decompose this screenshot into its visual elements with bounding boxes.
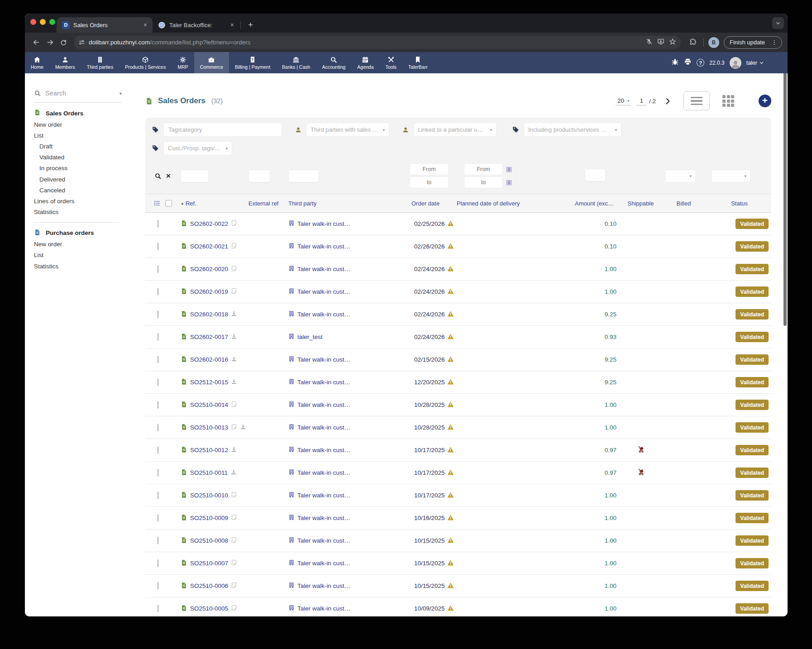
planned-date-from-input[interactable] — [464, 163, 503, 175]
third-party-filter-input[interactable] — [288, 170, 319, 182]
sidebar-item-new-order[interactable]: New order — [25, 119, 128, 130]
select-all-checkbox[interactable] — [165, 200, 172, 207]
top-menu-commerce[interactable]: Commerce — [194, 52, 229, 73]
third-party-link[interactable]: Taler walk-in cust… — [288, 265, 401, 273]
header-external-ref[interactable]: External ref — [246, 194, 286, 213]
amount-value[interactable]: 0.93 — [605, 334, 616, 340]
back-button[interactable] — [30, 37, 42, 48]
third-party-link[interactable]: Taler walk-in cust… — [288, 220, 401, 228]
list-view-button[interactable] — [683, 91, 710, 110]
row-checkbox[interactable] — [158, 514, 158, 522]
amount-value[interactable]: 0.97 — [605, 469, 616, 476]
note-icon[interactable] — [231, 582, 237, 590]
amount-value[interactable]: 1.00 — [605, 424, 616, 431]
top-menu-talerbarr[interactable]: TalerBarr — [402, 52, 434, 73]
ref-link[interactable]: SO2510-0013 — [181, 424, 243, 432]
note-icon[interactable] — [231, 424, 237, 431]
download-icon[interactable] — [231, 310, 237, 318]
download-icon[interactable] — [230, 469, 237, 477]
header-shippable[interactable]: Shippable — [619, 194, 662, 213]
cust-prosp-tags-filter[interactable]: Cust./Prosp. tags/cat…▾ — [163, 141, 232, 155]
user-avatar[interactable] — [730, 57, 741, 69]
sidebar-section-purchase-orders[interactable]: Purchase orders — [25, 223, 128, 239]
row-checkbox[interactable] — [158, 356, 158, 363]
third-party-link[interactable]: Taler walk-in cust… — [288, 401, 401, 409]
current-page[interactable]: 1 — [636, 96, 646, 105]
third-party-link[interactable]: Taler walk-in cust… — [288, 559, 401, 567]
amount-value[interactable]: 0.97 — [605, 447, 616, 453]
next-page-button[interactable] — [663, 97, 672, 105]
third-party-link[interactable]: Taler walk-in cust… — [288, 288, 401, 296]
amount-value[interactable]: 1.00 — [605, 582, 616, 589]
ref-link[interactable]: SO2510-0006 — [181, 582, 243, 590]
sidebar-item-list[interactable]: List — [25, 250, 128, 261]
amount-value[interactable]: 9.25 — [605, 379, 616, 386]
top-menu-agenda[interactable]: Agenda — [351, 52, 379, 73]
row-checkbox[interactable] — [158, 288, 158, 296]
print-icon[interactable] — [684, 58, 692, 67]
ref-link[interactable]: SO2510-0010 — [181, 492, 243, 500]
amount-filter-input[interactable] — [585, 169, 606, 181]
download-icon[interactable] — [231, 446, 237, 454]
select-fields-icon[interactable] — [153, 200, 161, 207]
download-icon[interactable] — [231, 378, 237, 386]
third-party-link[interactable]: Taler walk-in cust… — [288, 537, 401, 544]
sidebar-item-statistics[interactable]: Statistics — [25, 261, 128, 272]
download-icon[interactable] — [240, 424, 246, 431]
note-icon[interactable] — [231, 243, 237, 250]
sidebar-section-sales-orders[interactable]: Sales Orders — [25, 103, 128, 119]
help-icon[interactable]: ? — [697, 59, 704, 67]
header-planned-date[interactable]: Planned date of delivery — [454, 194, 551, 213]
amount-value[interactable]: 9.25 — [605, 356, 616, 363]
ref-link[interactable]: SO2602-0021 — [181, 243, 243, 251]
tab-inactive[interactable]: Taler Backoffice:× — [153, 17, 239, 33]
note-icon[interactable] — [231, 605, 237, 612]
order-date-to-input[interactable] — [410, 177, 449, 188]
apply-search-icon[interactable] — [154, 172, 162, 180]
ref-link[interactable]: SO2510-0014 — [181, 401, 243, 409]
profile-avatar[interactable]: B — [708, 37, 719, 48]
third-party-link[interactable]: Taler walk-in cust… — [288, 492, 401, 499]
amount-value[interactable]: 1.00 — [605, 266, 616, 272]
ref-link[interactable]: SO2602-0018 — [181, 310, 243, 319]
tag-category-filter-input[interactable] — [163, 123, 282, 137]
top-menu-banks-cash[interactable]: Banks | Cash — [276, 52, 316, 73]
page-size-select[interactable]: 20▾ — [616, 96, 631, 105]
mic-blocked-icon[interactable] — [645, 38, 653, 47]
row-checkbox[interactable] — [158, 333, 158, 341]
note-icon[interactable] — [231, 288, 237, 296]
ref-link[interactable]: SO2510-0005 — [181, 605, 243, 613]
top-menu-home[interactable]: Home — [25, 52, 49, 73]
note-icon[interactable] — [231, 559, 237, 567]
extensions-icon[interactable] — [687, 37, 699, 48]
download-icon[interactable] — [231, 333, 237, 341]
billed-filter-select[interactable]: ▾ — [665, 170, 696, 182]
row-checkbox[interactable] — [158, 265, 158, 273]
row-checkbox[interactable] — [158, 469, 158, 477]
bookmark-star-icon[interactable] — [669, 38, 676, 47]
amount-value[interactable]: 0.10 — [605, 220, 616, 227]
ref-link[interactable]: SO2510-0009 — [181, 514, 243, 522]
third-party-link[interactable]: Taler walk-in cust… — [288, 469, 401, 477]
including-products-filter[interactable]: Including products/services with…▾ — [524, 123, 621, 137]
amount-value[interactable]: 1.00 — [605, 515, 616, 521]
note-icon[interactable] — [231, 537, 237, 544]
row-checkbox[interactable] — [158, 559, 158, 567]
sidebar-item-list[interactable]: List — [25, 130, 128, 141]
ref-link[interactable]: SO2602-0017 — [181, 333, 243, 341]
third-party-link[interactable]: Taler walk-in cust… — [288, 582, 401, 590]
header-status[interactable]: Status — [705, 194, 771, 213]
note-icon[interactable] — [231, 265, 237, 273]
zoom-window-button[interactable] — [49, 19, 55, 25]
sidebar-item-validated[interactable]: Validated — [25, 152, 128, 163]
amount-value[interactable]: 1.00 — [605, 537, 616, 544]
row-checkbox[interactable] — [158, 537, 158, 544]
top-menu-billing-payment[interactable]: Billing | Payment — [229, 52, 276, 73]
ref-link[interactable]: SO2510-0012 — [181, 446, 243, 454]
ref-filter-input[interactable] — [181, 170, 209, 182]
top-menu-mrp[interactable]: MRP — [172, 52, 194, 73]
close-tab-icon[interactable]: × — [229, 21, 235, 29]
header-third-party[interactable]: Third party — [286, 194, 403, 213]
top-menu-third-parties[interactable]: Third parties — [81, 52, 119, 73]
third-party-link[interactable]: taler_test — [288, 333, 401, 341]
